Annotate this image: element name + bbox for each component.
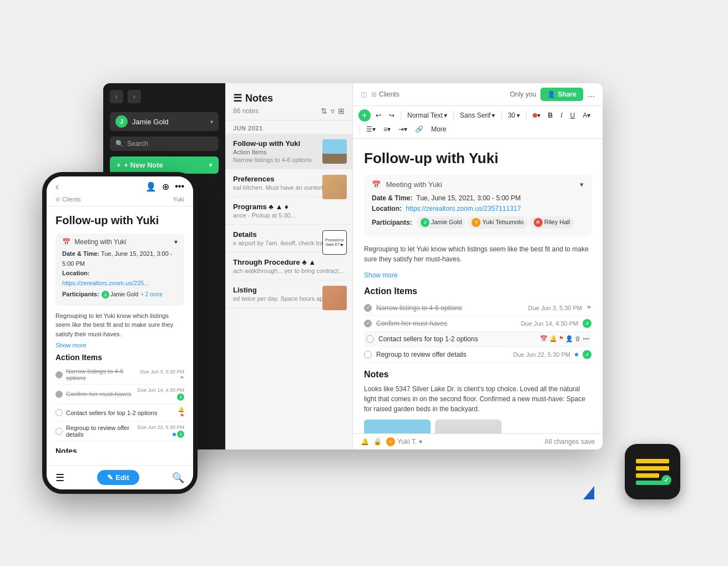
meeting-block[interactable]: 📅 Meeting with Yuki ▾ Date & Time: Tue, … [364, 175, 592, 236]
mobile-check-4[interactable] [55, 428, 63, 435]
text-style-dropdown[interactable]: Normal Text ▾ [405, 110, 450, 120]
note-item-6[interactable]: Listing ed twice per day. Space hours ap… [225, 280, 352, 308]
size-dropdown[interactable]: 30 ▾ [505, 110, 522, 120]
action-item-3-person-icon[interactable]: 👤 [565, 335, 573, 342]
location-label: Location: [372, 205, 402, 213]
add-content-button[interactable]: + [358, 109, 371, 122]
meeting-block-label: Meeting with Yuki [386, 180, 442, 189]
app-icon-line-1 [636, 459, 669, 463]
editor-bottom-bar: 🔔 🔒 Y Yuki T. ▾ All changes save [353, 433, 603, 449]
action-item-3-calendar-icon[interactable]: 📅 [540, 335, 548, 342]
note-item-1[interactable]: Follow-up with Yuki Action Items Narrow … [225, 134, 352, 169]
list-button[interactable]: ☰▾ [363, 124, 378, 135]
italic-button[interactable]: I [558, 110, 565, 121]
mobile-breadcrumb-context: Clients [62, 196, 81, 203]
author-dropdown[interactable]: Y Yuki T. ▾ [386, 437, 422, 446]
app-icon-overlay: ✓ [625, 444, 680, 499]
mobile-notes-title: Notes [55, 447, 184, 453]
mobile-check-1[interactable] [55, 371, 63, 378]
mobile-check-3[interactable] [55, 409, 63, 416]
mobile-action-item-3[interactable]: Contact sellers for top 1-2 options 🔔 ⚑ [55, 404, 184, 422]
note-item-4[interactable]: Details e airport by 7am. ikeoff, check … [225, 225, 352, 252]
note-item-5[interactable]: Through Procedure ♣ ▲ ach walkthrough...… [225, 252, 352, 280]
font-dropdown[interactable]: Sans Serif ▾ [457, 110, 498, 120]
action-item-4[interactable]: Regroup to review offer details Due Jun … [364, 347, 592, 363]
location-link[interactable]: https://zerealtors.zoom.us/2357111317 [406, 205, 520, 213]
toolbar-sep-3 [501, 111, 502, 120]
new-note-label: + New Note [124, 161, 163, 169]
action-item-3-bell-icon[interactable]: 🔔 [549, 335, 557, 342]
action-item-2-check[interactable]: ✓ [364, 320, 372, 327]
underline-button[interactable]: U [568, 110, 578, 121]
action-item-4-check[interactable] [364, 351, 372, 358]
ordered-list-button[interactable]: ≡▾ [381, 124, 393, 135]
nav-forward-button[interactable]: › [128, 90, 141, 103]
search-icon: 🔍 [115, 140, 124, 148]
undo-button[interactable]: ↩ [373, 110, 384, 121]
highlight-button[interactable]: A▾ [580, 110, 593, 121]
action-item-1-check[interactable]: ✓ [364, 304, 372, 312]
user-chevron-icon: ▾ [210, 119, 213, 125]
action-item-3[interactable]: Contact sellers for top 1-2 options 📅 🔔 … [364, 332, 592, 347]
show-more-link[interactable]: Show more [364, 271, 398, 279]
mobile-note-title: Follow-up with Yuki [55, 214, 184, 227]
action-item-3-check[interactable] [366, 335, 374, 343]
note-item-3[interactable]: Programs ♣ ▲ ♦ ance - Pickup at 5:30... [225, 197, 352, 225]
editor-content[interactable]: Follow-up with Yuki 📅 Meeting with Yuki … [353, 139, 603, 433]
toolbar-sep-4 [526, 111, 527, 120]
redo-button[interactable]: ↪ [386, 110, 397, 121]
mobile-calendar-icon: 📅 [62, 238, 70, 246]
nav-back-button[interactable]: ‹ [110, 90, 123, 103]
sort-icon[interactable]: ▿ [331, 107, 335, 115]
action-item-3-trash-icon[interactable]: 🗑 [575, 335, 581, 342]
mobile-meeting-header[interactable]: 📅 Meeting with Yuki ▾ [62, 238, 178, 246]
mobile-action-item-2[interactable]: Confirm her must-haves Due Jun 14, 4:30 … [55, 385, 184, 404]
mobile-check-2[interactable] [55, 391, 63, 398]
mobile-search-icon[interactable]: 🔍 [172, 472, 184, 484]
participant-chip-y: Y Yuki Tetsumoto [468, 216, 527, 229]
notes-panel-title: ☰ Notes [233, 92, 345, 104]
note-item-2[interactable]: Preferences eal kitchen. Must have an ou… [225, 169, 352, 197]
more-toolbar-button[interactable]: More [428, 124, 449, 135]
mobile-action-items-title: Action Items [55, 353, 184, 362]
view-icon[interactable]: ⊞ [338, 107, 345, 115]
mobile-menu-icon[interactable]: ☰ [55, 472, 64, 484]
user-row[interactable]: J Jamie Gold ▾ [110, 112, 219, 131]
meeting-block-header[interactable]: 📅 Meeting with Yuki ▾ [372, 180, 584, 189]
sidebar-search[interactable]: 🔍 Search [110, 137, 219, 151]
clients-icon: ⊞ [371, 90, 377, 98]
share-button[interactable]: 👤 Share [540, 88, 583, 101]
action-item-3-flag-icon[interactable]: ⚑ [559, 335, 564, 342]
more-options-button[interactable]: ... [588, 89, 595, 99]
action-item-1[interactable]: ✓ Narrow listings to 4-6 options Due Jun… [364, 301, 592, 316]
note-item-5-title: Through Procedure ♣ ▲ [233, 258, 345, 266]
indent-button[interactable]: ⇥▾ [396, 124, 410, 135]
link-button[interactable]: 🔗 [412, 124, 426, 135]
mobile-more-icon[interactable]: ••• [175, 181, 184, 192]
participants-label: Participants: [372, 218, 412, 228]
mobile-location-link[interactable]: https://zerealtors.zoom.us/235... [62, 280, 149, 286]
mobile-show-more-link[interactable]: Show more [55, 342, 184, 348]
participant-name-r: Riley Hall [544, 218, 570, 228]
lock-bottom-icon: 🔒 [373, 438, 382, 446]
mobile-person-icon[interactable]: 👤 [145, 181, 156, 192]
bold-button[interactable]: B [545, 110, 556, 121]
mobile-back-button[interactable]: ‹ [55, 181, 59, 193]
mobile-date-time-label: Date & Time: [62, 250, 99, 257]
action-item-2[interactable]: ✓ Confirm her must-haves Due Jun 14, 4:3… [364, 316, 592, 332]
color-picker-button[interactable]: ▾ [530, 110, 543, 121]
mobile-action-2-due: Due Jun 14, 4:30 PM [137, 387, 184, 393]
filter-icon[interactable]: ⇅ [321, 107, 327, 115]
author-chevron-icon: ▾ [419, 438, 422, 446]
action-item-3-more-icon[interactable]: ••• [583, 335, 589, 342]
user-name: Jamie Gold [132, 118, 206, 126]
new-note-button[interactable]: + + New Note ▾ [110, 156, 219, 174]
mobile-action-item-1[interactable]: Narrow listings to 4-6 options Due Jun 3… [55, 365, 184, 385]
mobile-share-icon[interactable]: ⊕ [162, 181, 169, 192]
note-item-1-image [322, 139, 347, 164]
mobile-edit-button[interactable]: ✎ Edit [97, 470, 139, 485]
mobile-action-item-4[interactable]: Regroup to review offer details Due Jun … [55, 422, 184, 441]
mobile-meeting-block[interactable]: 📅 Meeting with Yuki ▾ Date & Time: Tue, … [55, 234, 184, 306]
mobile-content[interactable]: Follow-up with Yuki 📅 Meeting with Yuki … [47, 206, 193, 453]
action-item-1-text: Narrow listings to 4-6 options [376, 304, 524, 312]
